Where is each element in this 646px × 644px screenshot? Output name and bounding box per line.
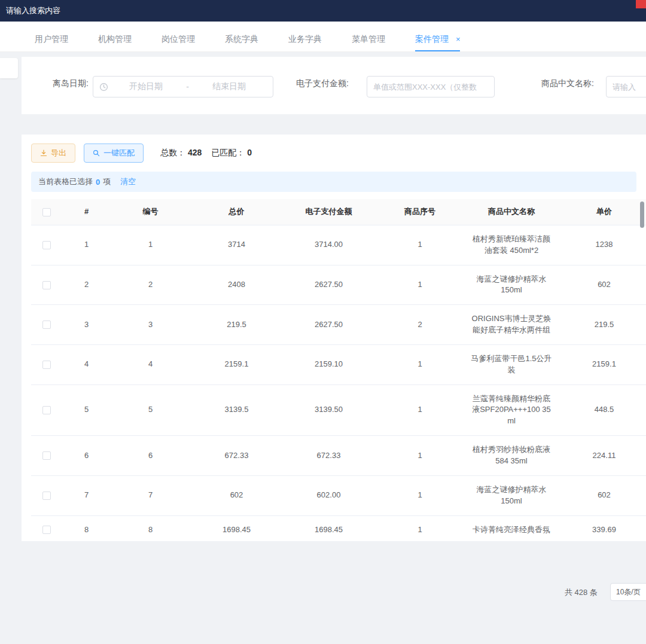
cell-epay: 2627.50	[283, 305, 374, 345]
tab-business-dict[interactable]: 业务字典	[288, 26, 322, 51]
column-header-unit: 单价	[557, 199, 646, 225]
date-separator: -	[184, 82, 191, 91]
column-header-seq: 商品序号	[374, 199, 465, 225]
data-table: # 编号 总价 电子支付金额 商品序号 商品中文名称 单价 1137143714…	[31, 199, 646, 541]
one-click-match-button[interactable]: 一键匹配	[84, 144, 144, 163]
column-header-epay: 电子支付金额	[283, 199, 374, 225]
selection-count: 0	[96, 178, 100, 187]
date-start-placeholder: 开始日期	[108, 81, 184, 92]
cell-total: 602	[190, 475, 283, 515]
page-size-value: 10条/页	[616, 587, 641, 597]
cell-epay: 2627.50	[283, 265, 374, 305]
column-header-total: 总价	[190, 199, 283, 225]
column-header-code: 编号	[111, 199, 190, 225]
cell-name: 植村秀新琥珀臻萃洁颜油套装 450ml*2	[465, 225, 557, 265]
cell-checkbox	[31, 384, 62, 436]
cell-code: 5	[111, 384, 190, 436]
matched-value: 0	[247, 148, 252, 157]
cell-epay: 602.00	[283, 475, 374, 515]
cell-code: 8	[111, 515, 190, 541]
cell-checkbox	[31, 344, 62, 384]
column-header-index: #	[62, 199, 111, 225]
cell-checkbox	[31, 436, 62, 476]
cell-code: 6	[111, 436, 190, 476]
table-row: 33219.52627.502ORIGINS韦博士灵芝焕能好底子精华水两件组21…	[31, 305, 646, 345]
total-label: 总数：	[160, 148, 185, 157]
cell-epay: 3714.00	[283, 225, 374, 265]
tab-bar: 用户管理 机构管理 岗位管理 系统字典 业务字典 菜单管理 案件管理 ×	[0, 22, 646, 52]
main-card: 导出 一键匹配 总数：428已匹配：0 当前表格已选择 0 项 清空 # 编号	[22, 135, 646, 541]
tab-user-management[interactable]: 用户管理	[35, 26, 68, 51]
cell-num: 2	[62, 265, 111, 305]
table-row: 442159.12159.101马爹利蓝带干邑1.5公升装2159.1	[31, 344, 646, 384]
cell-checkbox	[31, 475, 62, 515]
select-all-checkbox[interactable]	[42, 208, 51, 216]
table-row: 66672.33672.331植村秀羽纱持妆粉底液 584 35ml224.11	[31, 436, 646, 476]
match-stats: 总数：428已匹配：0	[160, 148, 252, 158]
cell-name: ORIGINS韦博士灵芝焕能好底子精华水两件组	[465, 305, 557, 345]
amount-filter-label: 电子支付金额:	[296, 78, 349, 89]
vertical-scrollbar-thumb[interactable]	[640, 202, 644, 228]
row-checkbox[interactable]	[42, 406, 51, 414]
matched-label: 已匹配：	[211, 148, 245, 157]
table-row: 2224082627.501海蓝之谜修护精萃水 150ml602	[31, 265, 646, 305]
cell-unit: 602	[557, 265, 646, 305]
total-value: 428	[188, 148, 202, 157]
cell-seq: 1	[374, 436, 465, 476]
cell-num: 8	[62, 515, 111, 541]
page-size-select[interactable]: 10条/页	[610, 583, 646, 601]
tab-case-management-label: 案件管理	[415, 34, 449, 44]
cell-checkbox	[31, 515, 62, 541]
row-checkbox[interactable]	[42, 526, 51, 534]
notification-badge	[636, 0, 646, 8]
selection-prefix: 当前表格已选择	[38, 176, 93, 187]
cell-total: 219.5	[190, 305, 283, 345]
cell-epay: 1698.45	[283, 515, 374, 541]
date-filter-label: 离岛日期:	[53, 78, 89, 89]
row-checkbox[interactable]	[42, 492, 51, 500]
product-filter-label: 商品中文名称:	[541, 78, 594, 89]
table-wrap: # 编号 总价 电子支付金额 商品序号 商品中文名称 单价 1137143714…	[31, 199, 646, 541]
cell-name: 植村秀羽纱持妆粉底液 584 35ml	[465, 436, 557, 476]
cell-unit: 2159.1	[557, 344, 646, 384]
selection-info-bar: 当前表格已选择 0 项 清空	[31, 172, 636, 192]
row-checkbox[interactable]	[42, 361, 51, 369]
tab-post-management[interactable]: 岗位管理	[162, 26, 195, 51]
topbar: 请输入搜索内容	[0, 0, 646, 22]
cell-total: 3714	[190, 225, 283, 265]
side-collapsed-box[interactable]	[0, 58, 18, 78]
export-button-label: 导出	[51, 148, 66, 158]
tab-org-management[interactable]: 机构管理	[98, 26, 132, 51]
row-checkbox[interactable]	[42, 241, 51, 249]
row-checkbox[interactable]	[42, 321, 51, 329]
tab-menu-management[interactable]: 菜单管理	[352, 26, 385, 51]
cell-seq: 1	[374, 384, 465, 436]
cell-name: 兰蔻菁纯臻颜精华粉底液SPF20PA+++100 35 ml	[465, 384, 557, 436]
cell-total: 3139.5	[190, 384, 283, 436]
cell-num: 7	[62, 475, 111, 515]
close-icon[interactable]: ×	[456, 35, 461, 44]
cell-epay: 672.33	[283, 436, 374, 476]
cell-total: 672.33	[190, 436, 283, 476]
cell-seq: 1	[374, 265, 465, 305]
table-row: 1137143714.001植村秀新琥珀臻萃洁颜油套装 450ml*21238	[31, 225, 646, 265]
cell-code: 3	[111, 305, 190, 345]
cell-num: 6	[62, 436, 111, 476]
cell-seq: 2	[374, 305, 465, 345]
product-name-input[interactable]	[606, 76, 646, 97]
column-header-name: 商品中文名称	[465, 199, 557, 225]
row-checkbox[interactable]	[42, 281, 51, 289]
tab-case-management[interactable]: 案件管理 ×	[415, 26, 460, 51]
cell-total: 2408	[190, 265, 283, 305]
tab-system-dict[interactable]: 系统字典	[225, 26, 258, 51]
cell-num: 1	[62, 225, 111, 265]
amount-input[interactable]	[367, 76, 495, 97]
cell-code: 7	[111, 475, 190, 515]
global-search-input[interactable]: 请输入搜索内容	[6, 5, 60, 16]
row-checkbox[interactable]	[42, 451, 51, 460]
date-range-picker[interactable]: 开始日期 - 结束日期	[93, 76, 273, 97]
clear-selection-link[interactable]: 清空	[120, 176, 136, 187]
cell-unit: 219.5	[557, 305, 646, 345]
pagination-total: 共 428 条	[565, 587, 598, 598]
export-button[interactable]: 导出	[31, 144, 75, 163]
